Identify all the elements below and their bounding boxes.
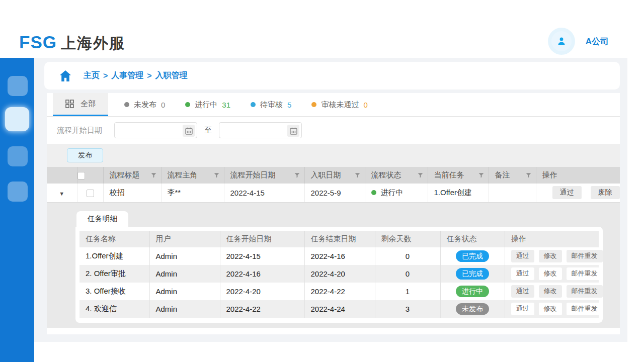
task-name-cell: 4. 欢迎信 [79,300,149,318]
tab-all[interactable]: 全部 [53,93,108,116]
status-dot-icon [124,102,129,107]
status-badge: 已完成 [456,268,489,280]
filter-icon[interactable] [417,172,424,178]
tab-label: 未发布 [134,100,156,110]
calendar-icon[interactable] [287,125,299,137]
task-status-cell: 已完成 [440,247,505,265]
task-user-cell: Admin [149,300,220,318]
logo-primary-text: FSG [19,32,57,52]
pass-button[interactable]: 通过 [511,303,534,315]
filter-icon[interactable] [294,172,300,178]
col-process-status: 流程状态 [365,167,428,184]
pass-button[interactable]: 通过 [511,250,534,262]
publish-button[interactable]: 发布 [67,148,103,162]
approve-button[interactable]: 通过 [552,186,582,199]
filter-row: 流程开始日期 至 [47,117,620,144]
process-start-date-cell: 2022-4-15 [224,184,304,202]
resend-mail-button[interactable]: 邮件重发 [567,250,603,262]
tab-inprogress[interactable]: 进行中 31 [185,100,230,110]
resend-mail-button[interactable]: 邮件重发 [567,267,603,280]
breadcrumb-separator: > [147,71,151,80]
pass-button[interactable]: 通过 [511,285,534,298]
task-row: 1.Offer创建 Admin 2022-4-15 2022-4-16 0 已完… [79,247,599,265]
modify-button[interactable]: 修改 [539,285,562,298]
tab-pending-review[interactable]: 待审核 5 [251,100,291,110]
expand-icon[interactable]: ▼ [59,191,64,197]
filter-icon[interactable] [478,172,485,178]
select-all-checkbox[interactable] [77,172,85,179]
task-actions-cell: 通过 修改 邮件重发 [505,265,599,283]
task-user-cell: Admin [149,247,220,265]
discard-button[interactable]: 废除 [591,186,620,199]
status-tab-bar: 全部 未发布 0 进行中 31 待审核 [47,93,620,117]
tab-review-failed[interactable]: 审核未通过 0 [311,100,367,110]
grid-icon [65,100,74,108]
task-actions-cell: 通过 修改 邮件重发 [505,247,599,265]
resend-mail-button[interactable]: 邮件重发 [567,303,603,315]
process-title-cell: 校招 [103,184,161,202]
sidebar-item-1[interactable] [8,76,28,96]
pass-button[interactable]: 通过 [511,267,534,280]
breadcrumb-home[interactable]: 主页 [84,70,100,81]
status-dot-icon [311,102,316,107]
task-row: 2. Offer审批 Admin 2022-4-16 2022-4-20 0 已… [79,265,599,283]
tab-count: 0 [161,101,165,109]
sidebar-item-4[interactable] [8,182,28,202]
status-badge: 进行中 [456,286,489,297]
app-logo: FSG 上海外服 [19,32,125,54]
avatar[interactable] [551,31,572,51]
company-name[interactable]: A公司 [586,36,609,47]
tab-label: 进行中 [195,100,217,110]
col-process-title: 流程标题 [103,167,161,184]
resend-mail-button[interactable]: 邮件重发 [567,285,603,298]
task-end-cell: 2022-4-16 [304,247,375,265]
breadcrumb-card: 主页 > 人事管理 > 入职管理 [44,62,620,89]
breadcrumb-hr[interactable]: 人事管理 [111,70,143,81]
breadcrumb-onboarding[interactable]: 入职管理 [155,70,188,81]
row-checkbox[interactable] [87,190,94,197]
col-task-start: 任务开始日期 [220,231,304,247]
filter-icon[interactable] [150,172,157,178]
user-icon [555,35,568,47]
tab-count: 5 [287,101,291,109]
filter-icon[interactable] [354,172,361,178]
expand-column-header [47,167,77,184]
status-badge: 未发布 [456,303,489,315]
calendar-icon[interactable] [183,125,195,137]
start-date-input[interactable] [115,123,180,138]
task-status-cell: 已完成 [440,265,505,283]
entry-date-cell: 2022-5-9 [304,184,365,202]
modify-button[interactable]: 修改 [539,267,562,280]
status-text: 进行中 [381,188,404,198]
content-card: 全部 未发布 0 进行中 31 待审核 [47,93,620,334]
modify-button[interactable]: 修改 [539,250,562,262]
task-status-cell: 未发布 [440,300,505,318]
filter-icon[interactable] [525,172,532,178]
col-process-owner: 流程主角 [161,167,224,184]
tab-unpublished[interactable]: 未发布 0 [124,100,165,110]
task-name-cell: 2. Offer审批 [79,265,149,283]
status-tabs: 未发布 0 进行中 31 待审核 5 审核未通 [124,93,368,116]
end-date-input-wrap [219,122,302,138]
task-detail-tab[interactable]: 任务明细 [76,211,128,227]
task-row: 4. 欢迎信 Admin 2022-4-22 2022-4-24 3 未发布 通… [79,300,599,318]
modify-button[interactable]: 修改 [539,303,562,315]
status-dot-icon [371,190,376,195]
task-detail-panel: 任务名称 用户 任务开始日期 任务结束日期 剩余天数 任务状态 操作 [75,227,603,323]
sidebar-item-3[interactable] [8,146,28,166]
filter-icon[interactable] [213,172,220,178]
status-badge: 已完成 [456,250,489,262]
main-area: 主页 > 人事管理 > 入职管理 [34,58,627,342]
page: FSG 上海外服 A公司 [0,0,644,362]
end-date-input[interactable] [219,123,285,138]
task-end-cell: 2022-4-20 [304,265,375,283]
task-start-cell: 2022-4-22 [220,300,304,318]
sidebar-item-active[interactable] [5,107,29,131]
col-task-end: 任务结束日期 [304,231,375,247]
task-detail-table: 任务名称 用户 任务开始日期 任务结束日期 剩余天数 任务状态 操作 [79,231,599,318]
task-name-cell: 1.Offer创建 [79,247,149,265]
process-row: ▼ 校招 李** 2022-4-15 2022-5-9 进行中 1.Offe [47,184,620,202]
home-icon[interactable] [59,70,71,81]
task-name-cell: 3. Offer接收 [79,283,149,300]
task-start-cell: 2022-4-20 [220,283,304,300]
